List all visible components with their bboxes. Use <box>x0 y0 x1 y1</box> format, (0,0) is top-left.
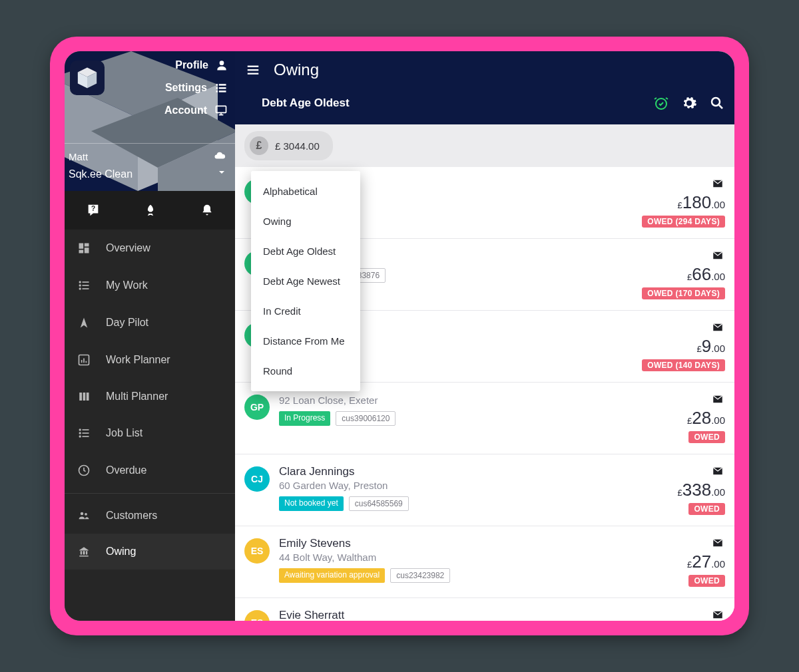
user-name: Matt <box>69 151 88 162</box>
total-amount: £ 3044.00 <box>275 140 320 152</box>
amount: £338.00 <box>678 480 725 500</box>
svg-rect-6 <box>219 90 226 92</box>
row-main: Emily Stevens44 Bolt Way, WalthamAwaitin… <box>279 537 623 583</box>
customer-address: 92 Loan Close, Exeter <box>279 395 623 406</box>
brand-header: Profile Settings Account Matt Sqk.ee Cle… <box>65 51 235 191</box>
nav-multi-planner[interactable]: Multi Planner <box>65 379 235 415</box>
alarm-check-icon[interactable] <box>653 95 669 111</box>
mail-icon[interactable] <box>710 178 725 190</box>
pound-icon: £ <box>250 136 268 155</box>
help-icon[interactable]: ? <box>86 203 101 218</box>
svg-rect-23 <box>79 393 82 401</box>
rocket-icon[interactable] <box>144 203 157 218</box>
person-icon <box>215 59 228 72</box>
menu-toggle[interactable] <box>244 63 262 77</box>
owed-badge: OWED <box>688 431 725 443</box>
mail-icon[interactable] <box>710 537 725 549</box>
amount: £28.00 <box>687 408 725 428</box>
customer-row[interactable]: ESEvie Sherratt93 Chip Square, LutonAwai… <box>235 598 734 621</box>
app-window: Profile Settings Account Matt Sqk.ee Cle… <box>65 51 734 621</box>
customer-row[interactable]: CJClara Jennings60 Garden Way, PrestonNo… <box>235 454 734 526</box>
mail-icon[interactable] <box>710 609 725 621</box>
row-right: £9.00OWED (140 DAYS) <box>632 321 725 371</box>
owed-badge: OWED <box>688 503 725 515</box>
mail-icon[interactable] <box>710 393 725 405</box>
account-link[interactable]: Account <box>164 99 228 122</box>
list-icon <box>77 279 91 292</box>
nav-label: Day Pilot <box>106 317 148 329</box>
owed-badge: OWED (294 DAYS) <box>642 216 725 228</box>
dashboard-icon <box>77 242 91 255</box>
profile-link[interactable]: Profile <box>164 54 228 77</box>
svg-rect-35 <box>248 66 259 67</box>
owed-badge: OWED (140 DAYS) <box>642 359 725 371</box>
customer-row[interactable]: ESEmily Stevens44 Bolt Way, WalthamAwait… <box>235 526 734 598</box>
sort-option[interactable]: Alphabetical <box>251 176 360 206</box>
avatar: ES <box>244 610 270 621</box>
nav-work-planner[interactable]: Work Planner <box>65 341 235 379</box>
cloud-sync-icon[interactable] <box>212 150 227 162</box>
settings-label: Settings <box>165 82 207 94</box>
nav-my-work[interactable]: My Work <box>65 267 235 304</box>
row-right: £66.00OWED (170 DAYS) <box>632 250 725 299</box>
nav-label: Job List <box>106 427 142 439</box>
svg-point-17 <box>79 287 81 289</box>
sort-option[interactable]: Owing <box>251 206 360 236</box>
nav-overview[interactable]: Overview <box>65 230 235 267</box>
settings-link[interactable]: Settings <box>164 77 228 99</box>
nav-label: Work Planner <box>106 354 170 366</box>
svg-rect-31 <box>83 436 89 437</box>
nav-day-pilot[interactable]: Day Pilot <box>65 304 235 341</box>
org-name: Sqk.ee Clean <box>69 168 133 180</box>
quick-bar: ? <box>65 191 235 230</box>
mail-icon[interactable] <box>710 321 725 333</box>
svg-rect-3 <box>216 87 218 89</box>
mail-icon[interactable] <box>710 465 725 477</box>
row-right: £28.00OWED <box>632 393 725 443</box>
divider <box>65 143 235 144</box>
sidebar: Profile Settings Account Matt Sqk.ee Cle… <box>65 51 235 621</box>
app-logo <box>70 61 105 95</box>
amount: £180.00 <box>678 192 725 213</box>
nav-label: Owing <box>106 546 136 558</box>
svg-rect-5 <box>216 90 218 92</box>
sort-dropdown-trigger[interactable]: Debt Age Oldest <box>262 96 350 110</box>
status-tag: Awaiting variation approval <box>279 568 385 583</box>
nav-overdue[interactable]: Overdue <box>65 452 235 489</box>
avatar: ES <box>244 538 270 564</box>
customer-address: 44 Bolt Way, Waltham <box>279 552 623 563</box>
svg-point-39 <box>712 98 720 106</box>
customer-id-tag: cus23423982 <box>390 568 450 583</box>
bell-icon[interactable] <box>200 203 214 218</box>
nav-customers[interactable]: Customers <box>65 498 235 534</box>
total-chip[interactable]: £ £ 3044.00 <box>244 131 333 160</box>
nav-owing[interactable]: Owing <box>65 534 235 570</box>
search-icon[interactable] <box>709 95 725 111</box>
svg-text:?: ? <box>91 205 95 212</box>
sort-option[interactable]: Distance From Me <box>251 326 360 356</box>
sort-option[interactable]: In Credit <box>251 296 360 326</box>
gear-icon[interactable] <box>681 95 697 111</box>
svg-rect-18 <box>83 288 89 289</box>
svg-rect-4 <box>219 87 226 89</box>
amount: £9.00 <box>696 336 725 357</box>
sort-option[interactable]: Debt Age Oldest <box>251 236 360 266</box>
row-main: Evie Sherratt93 Chip Square, LutonAwaiti… <box>279 609 623 621</box>
nav-job-list[interactable]: Job List <box>65 415 235 452</box>
navigation-icon <box>77 316 91 329</box>
nav-label: Multi Planner <box>106 391 168 403</box>
svg-rect-24 <box>83 393 86 401</box>
svg-rect-7 <box>216 106 226 112</box>
org-switcher[interactable] <box>216 168 227 176</box>
customer-name: Evie Sherratt <box>279 609 623 621</box>
svg-rect-29 <box>83 432 89 434</box>
svg-point-34 <box>85 513 87 516</box>
list-icon <box>77 426 91 440</box>
nav-label: Overdue <box>106 464 146 476</box>
sort-option[interactable]: Round <box>251 356 360 386</box>
sort-option[interactable]: Debt Age Newest <box>251 266 360 296</box>
mail-icon[interactable] <box>710 250 725 261</box>
status-tag: In Progress <box>279 411 330 426</box>
nav-separator <box>65 493 235 494</box>
customer-row[interactable]: GP92 Loan Close, ExeterIn Progresscus390… <box>235 383 734 454</box>
